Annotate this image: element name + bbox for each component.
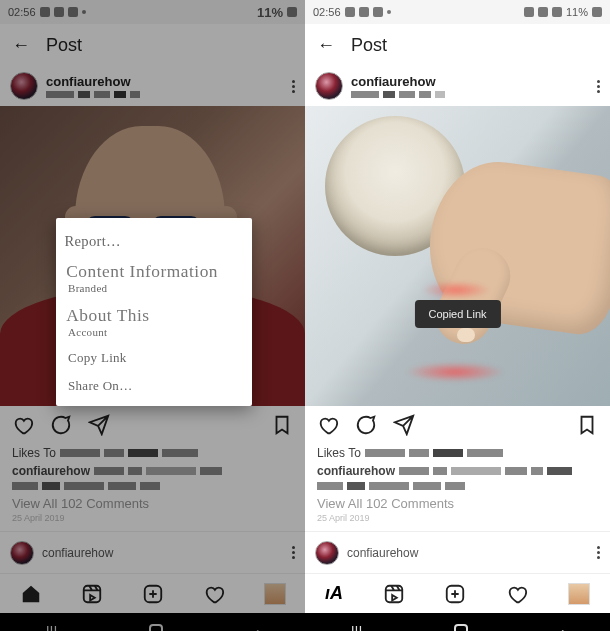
profile-tab[interactable] [264,583,286,605]
page-title: Post [46,35,82,56]
battery-text: 11% [257,5,283,20]
more-options-button[interactable] [597,80,600,93]
bookmark-icon[interactable] [576,414,598,436]
back-arrow-icon[interactable]: ← [12,35,30,56]
author-meta-blur [46,91,140,98]
menu-about-account[interactable]: About This [54,298,254,330]
system-nav: ||| ‹ [305,613,610,631]
action-row [0,406,305,444]
message-icon [54,7,64,17]
add-icon[interactable] [142,583,164,605]
copied-link-toast: Copied Link [414,300,500,328]
bookmark-icon[interactable] [271,414,293,436]
comment-more-icon[interactable] [292,546,295,559]
comment-username[interactable]: confiaurehow [347,546,418,560]
signal-icon [552,7,562,17]
recents-button[interactable]: ||| [351,623,363,632]
settings-icon [373,7,383,17]
menu-branded-content[interactable]: Content Information [54,254,254,286]
caption-username[interactable]: confiaurehow [317,464,395,478]
author-row: confiaurehow [0,66,305,106]
battery-icon [287,7,297,17]
heart-icon[interactable] [317,414,339,436]
wifi-icon [538,7,548,17]
back-arrow-icon[interactable]: ← [317,35,335,56]
back-button[interactable]: ‹ [559,623,564,632]
author-meta-blur [351,91,445,98]
share-icon[interactable] [88,414,110,436]
author-username[interactable]: confiaurehow [351,74,445,89]
share-icon[interactable] [393,414,415,436]
comment-input-row: confiaurehow [305,531,610,573]
message-icon [359,7,369,17]
avatar[interactable] [10,72,38,100]
dot-icon [387,10,391,14]
status-bar: 02:56 11% [305,0,610,24]
context-menu: Report… Content Information Branded Abou… [56,218,252,406]
comment-input-row: confiaurehow [0,531,305,573]
status-right: 11% [524,6,602,18]
home-button[interactable] [454,624,468,631]
profile-tab[interactable] [568,583,590,605]
avatar[interactable] [315,72,343,100]
status-left: 02:56 [8,6,86,18]
add-icon[interactable] [444,583,466,605]
heart-nav-icon[interactable] [203,583,225,605]
view-comments-link[interactable]: View All 102 Comments [317,496,598,511]
picture-icon [345,7,355,17]
caption-area: Likes To confiaurehow View All 102 Comme… [305,444,610,531]
menu-share-on[interactable]: Share On… [56,370,252,398]
heart-nav-icon[interactable] [506,583,528,605]
post-header: ← Post [0,24,305,66]
settings-icon [68,7,78,17]
post-date: 25 April 2019 [317,513,598,523]
dot-icon [82,10,86,14]
toast-text: Copied Link [428,308,486,320]
status-time: 02:56 [8,6,36,18]
status-bar: 02:56 11% [0,0,305,24]
caption-username[interactable]: confiaurehow [12,464,90,478]
avatar[interactable] [315,541,339,565]
post-image[interactable] [305,106,610,406]
system-nav: ||| ‹ [0,613,305,631]
bottom-nav: ıA [305,573,610,613]
author-username[interactable]: confiaurehow [46,74,140,89]
recents-button[interactable]: ||| [46,623,58,632]
alarm-icon [524,7,534,17]
page-title: Post [351,35,387,56]
status-left: 02:56 [313,6,391,18]
more-options-button[interactable] [292,80,295,93]
back-button[interactable]: ‹ [254,623,259,632]
battery-icon [592,7,602,17]
red-light [421,281,491,299]
text-tool-icon[interactable]: ıA [325,583,343,604]
view-comments-link[interactable]: View All 102 Comments [12,496,293,511]
home-button[interactable] [149,624,163,631]
likes-text: Likes To [317,446,361,460]
author-row: confiaurehow [305,66,610,106]
comment-username[interactable]: confiaurehow [42,546,113,560]
picture-icon [40,7,50,17]
status-right: 11% [257,5,297,20]
red-light [405,362,505,382]
reels-icon[interactable] [81,583,103,605]
caption-area: Likes To confiaurehow View All 102 Comme… [0,444,305,531]
bottom-nav [0,573,305,613]
post-header: ← Post [305,24,610,66]
menu-copy-link[interactable]: Copy Link [56,342,252,370]
menu-report[interactable]: Report… [52,226,256,254]
comment-icon[interactable] [50,414,72,436]
reels-icon[interactable] [383,583,405,605]
comment-more-icon[interactable] [597,546,600,559]
likes-text: Likes To [12,446,56,460]
heart-icon[interactable] [12,414,34,436]
post-date: 25 April 2019 [12,513,293,523]
status-time: 02:56 [313,6,341,18]
nail [457,328,475,342]
action-row [305,406,610,444]
battery-text: 11% [566,6,588,18]
comment-icon[interactable] [355,414,377,436]
avatar[interactable] [10,541,34,565]
home-icon[interactable] [20,583,42,605]
